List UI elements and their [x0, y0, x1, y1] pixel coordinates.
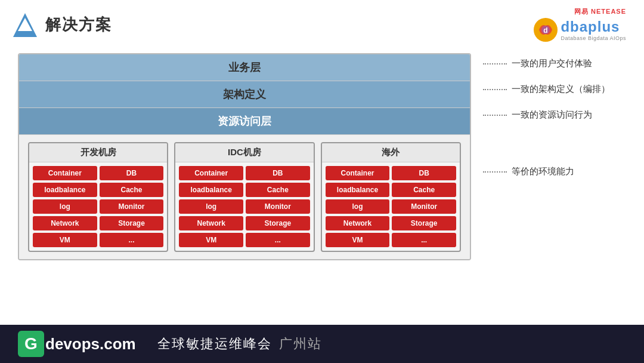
- annotation-text-1: 一致的架构定义（编排）: [512, 84, 610, 95]
- layer-business: 业务层: [19, 54, 470, 81]
- header-left: 解决方案: [12, 12, 112, 38]
- brand-name: dbaplus: [561, 19, 626, 35]
- env-cell-overseas-4: log: [326, 199, 390, 214]
- env-cell-idc-2: loadbalance: [179, 183, 243, 197]
- annotation-ann3: 一致的资源访问行为: [483, 104, 626, 125]
- env-cell-overseas-8: VM: [326, 233, 390, 247]
- env-grid-dev: ContainerDBloadbalanceCachelogMonitorNet…: [29, 162, 167, 251]
- env-cell-idc-5: Monitor: [246, 199, 310, 214]
- layer-resource: 资源访问层: [19, 108, 470, 135]
- env-cell-dev-4: log: [33, 199, 97, 214]
- page-title: 解决方案: [45, 14, 112, 35]
- brand-text-group: dbaplus Database Bigdata AIOps: [561, 19, 626, 41]
- dotted-line-0: [483, 63, 507, 64]
- env-cell-overseas-7: Storage: [392, 216, 456, 230]
- annotation-text-2: 一致的资源访问行为: [512, 109, 592, 121]
- env-cell-idc-3: Cache: [246, 183, 310, 197]
- env-cell-idc-6: Network: [179, 216, 243, 230]
- env-cell-overseas-0: Container: [326, 166, 390, 180]
- main-content: 业务层 架构定义 资源访问层 开发机房ContainerDBloadbalanc…: [0, 47, 644, 260]
- env-title-idc: IDC机房: [175, 143, 313, 162]
- env-cell-idc-4: log: [179, 199, 243, 214]
- env-cell-dev-9: ...: [100, 233, 164, 247]
- env-cell-dev-2: loadbalance: [33, 183, 97, 197]
- env-cell-overseas-1: DB: [392, 166, 456, 180]
- footer-city: 广州站: [279, 335, 322, 353]
- env-box-idc: IDC机房ContainerDBloadbalanceCachelogMonit…: [174, 142, 314, 252]
- logo-triangle-icon: [12, 12, 38, 38]
- brand-sub: Database Bigdata AIOps: [561, 35, 626, 41]
- footer-conference: 全球敏捷运维峰会: [157, 335, 272, 353]
- env-cell-dev-3: Cache: [100, 183, 164, 197]
- brand-netease-label: 网易 NETEASE: [574, 7, 626, 16]
- annotation-ann4: 等价的环境能力: [483, 161, 626, 182]
- dotted-line-1: [483, 89, 507, 90]
- header: 解决方案 网易 NETEASE d dbaplus Database Bigda…: [0, 0, 644, 47]
- env-cell-idc-7: Storage: [246, 216, 310, 230]
- env-cell-dev-0: Container: [33, 166, 97, 180]
- env-cell-dev-7: Storage: [100, 216, 164, 230]
- env-cell-overseas-3: Cache: [392, 183, 456, 197]
- env-grid-overseas: ContainerDBloadbalanceCachelogMonitorNet…: [322, 162, 460, 251]
- annotations-panel: 一致的用户交付体验一致的架构定义（编排）一致的资源访问行为等价的环境能力: [483, 53, 626, 260]
- annotation-text-0: 一致的用户交付体验: [512, 58, 592, 69]
- dotted-line-2: [483, 115, 507, 116]
- env-title-overseas: 海外: [322, 143, 460, 162]
- env-cell-idc-8: VM: [179, 233, 243, 247]
- env-cell-idc-1: DB: [246, 166, 310, 180]
- architecture-diagram: 业务层 架构定义 资源访问层 开发机房ContainerDBloadbalanc…: [18, 53, 471, 260]
- env-cell-dev-5: Monitor: [100, 199, 164, 214]
- footer-logo: G devops.com: [18, 331, 136, 357]
- env-box-dev: 开发机房ContainerDBloadbalanceCachelogMonito…: [28, 142, 168, 252]
- dbaplus-icon: d: [533, 17, 558, 42]
- footer-g-letter: G: [18, 331, 44, 357]
- env-cell-overseas-5: Monitor: [392, 199, 456, 214]
- env-title-dev: 开发机房: [29, 143, 167, 162]
- footer: G devops.com 全球敏捷运维峰会 广州站: [0, 325, 644, 363]
- environment-row: 开发机房ContainerDBloadbalanceCachelogMonito…: [19, 135, 470, 259]
- env-box-overseas: 海外ContainerDBloadbalanceCachelogMonitorN…: [321, 142, 461, 252]
- env-cell-overseas-9: ...: [392, 233, 456, 247]
- env-cell-idc-9: ...: [246, 233, 310, 247]
- brand-dbaplus: d dbaplus Database Bigdata AIOps: [533, 17, 626, 42]
- layer-arch: 架构定义: [19, 81, 470, 108]
- annotation-ann2: 一致的架构定义（编排）: [483, 79, 626, 100]
- env-cell-dev-1: DB: [100, 166, 164, 180]
- annotation-ann1: 一致的用户交付体验: [483, 53, 626, 74]
- env-cell-dev-8: VM: [33, 233, 97, 247]
- env-cell-overseas-6: Network: [326, 216, 390, 230]
- svg-text:d: d: [544, 26, 548, 35]
- env-grid-idc: ContainerDBloadbalanceCachelogMonitorNet…: [175, 162, 313, 251]
- brand-logo: 网易 NETEASE d dbaplus Database Bigdata AI…: [533, 7, 626, 42]
- annotation-text-3: 等价的环境能力: [512, 166, 574, 177]
- env-cell-overseas-2: loadbalance: [326, 183, 390, 197]
- env-cell-dev-6: Network: [33, 216, 97, 230]
- dotted-line-3: [483, 171, 507, 173]
- env-cell-idc-0: Container: [179, 166, 243, 180]
- footer-domain: devops.com: [45, 335, 136, 353]
